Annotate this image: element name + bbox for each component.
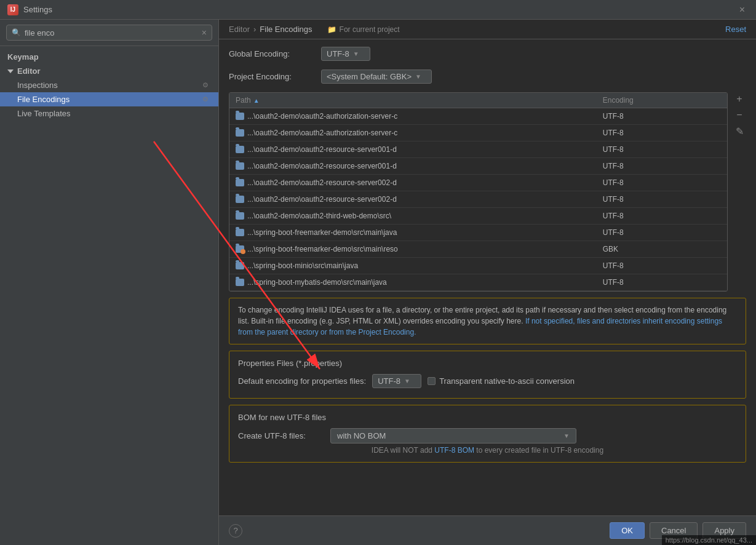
table-row[interactable]: ...​\oauth2-demo\oauth2-resource-server0…	[229, 158, 727, 175]
table-row[interactable]: ...​\oauth2-demo\oauth2-resource-server0…	[229, 175, 727, 191]
global-encoding-arrow-icon: ▼	[353, 50, 359, 57]
bom-dropdown[interactable]: with NO BOM ▼	[330, 428, 576, 444]
breadcrumb: Editor › File Encodings	[229, 25, 312, 34]
folder-gbk-icon	[236, 245, 244, 253]
path-cell: ...​\oauth2-demo\oauth2-authorization-se…	[229, 127, 597, 139]
bom-note-prefix: IDEA will NOT add	[372, 446, 434, 455]
app-icon: IJ	[7, 4, 18, 15]
search-input-wrapper[interactable]: 🔍 ×	[6, 25, 212, 41]
table-row[interactable]: ...​\spring-boot-freemarker-demo\src\mai…	[229, 225, 727, 241]
table-row[interactable]: ...​\spring-boot-freemarker-demo\src\mai…	[229, 241, 727, 258]
search-bar: 🔍 ×	[0, 20, 218, 46]
encoding-cell: UTF-8	[597, 210, 727, 222]
table-row[interactable]: ...​\oauth2-demo\oauth2-resource-server0…	[229, 141, 727, 158]
path-value: ...​\oauth2-demo\oauth2-authorization-se…	[247, 112, 397, 121]
sidebar-item-inspections[interactable]: Inspections ⚙	[0, 78, 218, 92]
table-row[interactable]: ...​\oauth2-demo\oauth2-authorization-se…	[229, 108, 727, 125]
encoding-cell: UTF-8	[597, 226, 727, 239]
bom-dropdown-value: with NO BOM	[337, 431, 386, 440]
path-cell: ...​\spring-boot-freemarker-demo\src\mai…	[229, 226, 597, 239]
path-column-header[interactable]: Path ▲	[229, 93, 597, 108]
path-value: ...​\oauth2-demo\oauth2-third-web-demo\s…	[247, 212, 391, 220]
close-button[interactable]: ×	[736, 3, 749, 17]
encoding-cell: UTF-8	[597, 160, 727, 172]
default-encoding-value: UTF-8	[378, 376, 400, 386]
settings-body: Global Encoding: UTF-8 ▼ Project Encodin…	[219, 39, 756, 515]
path-value: ...​\oauth2-demo\oauth2-resource-server0…	[247, 162, 397, 170]
path-value: ...​\oauth2-demo\oauth2-resource-server0…	[247, 145, 397, 154]
sidebar-item-live-templates[interactable]: Live Templates	[0, 106, 218, 121]
folder-icon	[236, 146, 244, 153]
create-utf8-label: Create UTF-8 files:	[238, 431, 324, 440]
table-row[interactable]: ...​\oauth2-demo\oauth2-third-web-demo\s…	[229, 208, 727, 225]
path-header-label: Path	[236, 96, 251, 105]
sidebar-item-file-encodings[interactable]: File Encodings ⚙	[0, 92, 218, 106]
search-clear-button[interactable]: ×	[202, 28, 207, 38]
global-encoding-dropdown[interactable]: UTF-8 ▼	[321, 47, 370, 61]
path-value: ...​\spring-boot-minio\src\main\java	[247, 261, 358, 270]
encoding-cell: UTF-8	[597, 110, 727, 122]
live-templates-label: Live Templates	[17, 109, 209, 118]
encoding-cell: UTF-8	[597, 260, 727, 272]
project-encoding-dropdown[interactable]: <System Default: GBK> ▼	[321, 70, 432, 84]
edit-row-button[interactable]: ✎	[733, 124, 746, 138]
table-actions: + − ✎	[733, 92, 746, 292]
sidebar-content: Keymap Editor Inspections ⚙ File Encodin…	[0, 46, 218, 545]
folder-icon	[236, 129, 244, 137]
path-cell: ...​\spring-boot-mybatis-demo\src\main\j…	[229, 276, 597, 288]
url-bar: https://blog.csdn.net/qq_43...	[662, 535, 756, 545]
path-value: ...​\spring-boot-freemarker-demo\src\mai…	[247, 228, 397, 237]
global-encoding-label: Global Encoding:	[229, 49, 315, 58]
default-encoding-dropdown[interactable]: UTF-8 ▼	[372, 374, 421, 388]
project-encoding-arrow-icon: ▼	[415, 73, 421, 80]
encoding-cell: UTF-8	[597, 143, 727, 156]
table-row[interactable]: ...​\oauth2-demo\oauth2-authorization-se…	[229, 125, 727, 141]
encoding-header-label: Encoding	[603, 96, 634, 105]
folder-icon	[236, 229, 244, 236]
search-input[interactable]	[25, 28, 198, 38]
path-cell: ...​\oauth2-demo\oauth2-resource-server0…	[229, 160, 597, 172]
encoding-cell: UTF-8	[597, 177, 727, 189]
transparent-checkbox[interactable]	[428, 377, 436, 385]
editor-section-label: Editor	[17, 66, 41, 76]
sort-arrow-icon: ▲	[253, 97, 260, 104]
table-row[interactable]: ...​\oauth2-demo\oauth2-resource-server0…	[229, 191, 727, 208]
create-utf8-row: Create UTF-8 files: with NO BOM ▼	[238, 428, 737, 444]
default-encoding-arrow-icon: ▼	[404, 378, 410, 384]
default-encoding-label: Default encoding for properties files:	[238, 376, 366, 386]
sidebar-section-editor[interactable]: Editor	[0, 64, 218, 78]
encoding-column-header[interactable]: Encoding	[597, 93, 727, 108]
folder-icon	[236, 212, 244, 220]
info-box: To change encoding IntelliJ IDEA uses fo…	[229, 298, 746, 344]
path-value: ...​\oauth2-demo\oauth2-resource-server0…	[247, 178, 397, 187]
file-encodings-settings-icon: ⚙	[202, 95, 209, 103]
folder-icon	[236, 162, 244, 170]
utf8-bom-link[interactable]: UTF-8 BOM	[434, 446, 474, 455]
transparent-label: Transparent native-to-ascii conversion	[439, 376, 575, 386]
bom-section: BOM for new UTF-8 files Create UTF-8 fil…	[229, 405, 746, 463]
reset-button[interactable]: Reset	[725, 25, 746, 34]
remove-row-button[interactable]: −	[733, 108, 746, 122]
file-table: Path ▲ Encoding ...​\oauth2-demo\oaut	[229, 92, 728, 292]
encoding-cell: UTF-8	[597, 193, 727, 205]
table-row[interactable]: ...​\spring-boot-minio\src\main\java UTF…	[229, 258, 727, 274]
folder-icon	[236, 262, 244, 269]
bom-section-title: BOM for new UTF-8 files	[238, 413, 737, 422]
add-row-button[interactable]: +	[733, 92, 746, 106]
breadcrumb-arrow-icon: ›	[253, 25, 256, 34]
path-cell: ...​\oauth2-demo\oauth2-third-web-demo\s…	[229, 210, 597, 222]
path-value: ...​\oauth2-demo\oauth2-authorization-se…	[247, 129, 397, 137]
table-body: ...​\oauth2-demo\oauth2-authorization-se…	[229, 108, 727, 291]
main-container: 🔍 × Keymap Editor Inspections ⚙ Fil	[0, 20, 756, 545]
global-encoding-row: Global Encoding: UTF-8 ▼	[229, 47, 746, 61]
sidebar: 🔍 × Keymap Editor Inspections ⚙ Fil	[0, 20, 219, 545]
path-cell: ...​\spring-boot-freemarker-demo\src\mai…	[229, 243, 597, 255]
window-title: Settings	[23, 5, 52, 14]
help-button[interactable]: ?	[229, 524, 242, 538]
table-row[interactable]: ...​\spring-boot-mybatis-demo\src\main\j…	[229, 274, 727, 291]
ok-button[interactable]: OK	[610, 522, 645, 539]
breadcrumb-current: File Encodings	[260, 25, 312, 34]
sidebar-item-keymap[interactable]: Keymap	[0, 50, 218, 64]
content-header: Editor › File Encodings 📁 For current pr…	[219, 20, 756, 39]
path-cell: ...​\oauth2-demo\oauth2-resource-server0…	[229, 143, 597, 156]
